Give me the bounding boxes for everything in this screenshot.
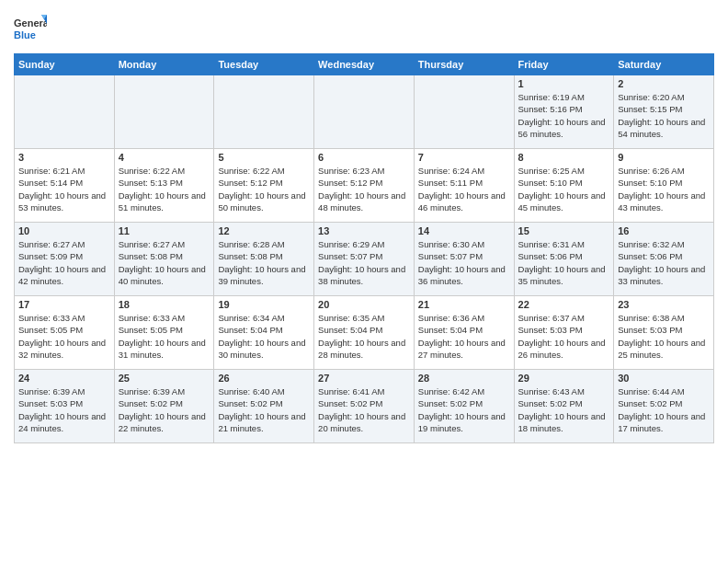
calendar-cell: 15Sunrise: 6:31 AMSunset: 5:06 PMDayligh… bbox=[514, 223, 614, 296]
day-info: Sunrise: 6:23 AMSunset: 5:12 PMDaylight:… bbox=[318, 165, 410, 213]
calendar-cell: 14Sunrise: 6:30 AMSunset: 5:07 PMDayligh… bbox=[414, 223, 514, 296]
day-info: Sunrise: 6:20 AMSunset: 5:15 PMDaylight:… bbox=[618, 91, 710, 140]
calendar-cell: 30Sunrise: 6:44 AMSunset: 5:02 PMDayligh… bbox=[614, 370, 714, 443]
calendar-table: SundayMondayTuesdayWednesdayThursdayFrid… bbox=[14, 53, 714, 443]
day-number: 12 bbox=[218, 225, 310, 236]
header-row: SundayMondayTuesdayWednesdayThursdayFrid… bbox=[15, 54, 714, 75]
calendar-body: 1Sunrise: 6:19 AMSunset: 5:16 PMDaylight… bbox=[15, 75, 714, 443]
day-info: Sunrise: 6:34 AMSunset: 5:04 PMDaylight:… bbox=[218, 312, 310, 361]
calendar-cell: 24Sunrise: 6:39 AMSunset: 5:03 PMDayligh… bbox=[15, 370, 115, 443]
day-info: Sunrise: 6:24 AMSunset: 5:11 PMDaylight:… bbox=[418, 165, 510, 213]
day-info: Sunrise: 6:40 AMSunset: 5:02 PMDaylight:… bbox=[218, 385, 310, 434]
day-number: 17 bbox=[18, 299, 110, 310]
calendar-cell: 28Sunrise: 6:42 AMSunset: 5:02 PMDayligh… bbox=[414, 370, 514, 443]
logo-svg: General Blue bbox=[14, 13, 47, 46]
calendar-cell bbox=[114, 75, 214, 149]
day-info: Sunrise: 6:22 AMSunset: 5:13 PMDaylight:… bbox=[119, 165, 210, 213]
day-info: Sunrise: 6:37 AMSunset: 5:03 PMDaylight:… bbox=[518, 312, 610, 361]
calendar-cell: 27Sunrise: 6:41 AMSunset: 5:02 PMDayligh… bbox=[314, 370, 415, 443]
logo-graphic: General Blue bbox=[14, 13, 47, 46]
calendar-cell: 4Sunrise: 6:22 AMSunset: 5:13 PMDaylight… bbox=[114, 149, 214, 223]
day-number: 16 bbox=[618, 225, 710, 236]
header-cell-friday: Friday bbox=[514, 54, 614, 75]
day-info: Sunrise: 6:33 AMSunset: 5:05 PMDaylight:… bbox=[18, 312, 110, 361]
week-row-3: 17Sunrise: 6:33 AMSunset: 5:05 PMDayligh… bbox=[15, 296, 714, 370]
calendar-cell: 7Sunrise: 6:24 AMSunset: 5:11 PMDaylight… bbox=[414, 149, 514, 223]
svg-text:Blue: Blue bbox=[14, 29, 36, 40]
day-info: Sunrise: 6:41 AMSunset: 5:02 PMDaylight:… bbox=[318, 385, 410, 434]
day-number: 8 bbox=[518, 152, 610, 163]
calendar-cell: 16Sunrise: 6:32 AMSunset: 5:06 PMDayligh… bbox=[614, 223, 714, 296]
day-info: Sunrise: 6:29 AMSunset: 5:07 PMDaylight:… bbox=[318, 238, 410, 287]
day-number: 9 bbox=[618, 152, 710, 163]
calendar-cell: 8Sunrise: 6:25 AMSunset: 5:10 PMDaylight… bbox=[514, 149, 614, 223]
day-number: 10 bbox=[18, 225, 110, 236]
day-number: 13 bbox=[318, 225, 410, 236]
day-info: Sunrise: 6:32 AMSunset: 5:06 PMDaylight:… bbox=[618, 238, 710, 287]
calendar-cell: 18Sunrise: 6:33 AMSunset: 5:05 PMDayligh… bbox=[114, 296, 214, 370]
day-number: 28 bbox=[418, 373, 510, 384]
day-info: Sunrise: 6:27 AMSunset: 5:09 PMDaylight:… bbox=[18, 238, 110, 287]
day-info: Sunrise: 6:39 AMSunset: 5:02 PMDaylight:… bbox=[119, 385, 210, 434]
calendar-cell: 13Sunrise: 6:29 AMSunset: 5:07 PMDayligh… bbox=[314, 223, 415, 296]
calendar-cell: 22Sunrise: 6:37 AMSunset: 5:03 PMDayligh… bbox=[514, 296, 614, 370]
day-info: Sunrise: 6:22 AMSunset: 5:12 PMDaylight:… bbox=[218, 165, 310, 213]
day-info: Sunrise: 6:30 AMSunset: 5:07 PMDaylight:… bbox=[418, 238, 510, 287]
day-info: Sunrise: 6:31 AMSunset: 5:06 PMDaylight:… bbox=[518, 238, 610, 287]
calendar-cell bbox=[314, 75, 415, 149]
day-number: 18 bbox=[119, 299, 210, 310]
day-info: Sunrise: 6:25 AMSunset: 5:10 PMDaylight:… bbox=[518, 165, 610, 213]
calendar-cell: 5Sunrise: 6:22 AMSunset: 5:12 PMDaylight… bbox=[214, 149, 314, 223]
calendar-cell: 2Sunrise: 6:20 AMSunset: 5:15 PMDaylight… bbox=[614, 75, 714, 149]
day-number: 2 bbox=[618, 78, 710, 89]
calendar-cell: 17Sunrise: 6:33 AMSunset: 5:05 PMDayligh… bbox=[15, 296, 115, 370]
day-info: Sunrise: 6:26 AMSunset: 5:10 PMDaylight:… bbox=[618, 165, 710, 213]
header-cell-sunday: Sunday bbox=[15, 54, 115, 75]
day-info: Sunrise: 6:33 AMSunset: 5:05 PMDaylight:… bbox=[119, 312, 210, 361]
day-info: Sunrise: 6:39 AMSunset: 5:03 PMDaylight:… bbox=[18, 385, 110, 434]
calendar-header: SundayMondayTuesdayWednesdayThursdayFrid… bbox=[15, 54, 714, 75]
calendar-cell: 3Sunrise: 6:21 AMSunset: 5:14 PMDaylight… bbox=[15, 149, 115, 223]
calendar-cell: 25Sunrise: 6:39 AMSunset: 5:02 PMDayligh… bbox=[114, 370, 214, 443]
day-info: Sunrise: 6:38 AMSunset: 5:03 PMDaylight:… bbox=[618, 312, 710, 361]
day-number: 11 bbox=[119, 225, 210, 236]
day-info: Sunrise: 6:43 AMSunset: 5:02 PMDaylight:… bbox=[518, 385, 610, 434]
day-number: 22 bbox=[518, 299, 610, 310]
calendar-cell: 12Sunrise: 6:28 AMSunset: 5:08 PMDayligh… bbox=[214, 223, 314, 296]
day-info: Sunrise: 6:36 AMSunset: 5:04 PMDaylight:… bbox=[418, 312, 510, 361]
day-number: 3 bbox=[18, 152, 110, 163]
header-cell-saturday: Saturday bbox=[614, 54, 714, 75]
calendar-cell: 29Sunrise: 6:43 AMSunset: 5:02 PMDayligh… bbox=[514, 370, 614, 443]
header-cell-monday: Monday bbox=[114, 54, 214, 75]
day-number: 24 bbox=[18, 373, 110, 384]
week-row-1: 3Sunrise: 6:21 AMSunset: 5:14 PMDaylight… bbox=[15, 149, 714, 223]
week-row-0: 1Sunrise: 6:19 AMSunset: 5:16 PMDaylight… bbox=[15, 75, 714, 149]
calendar-cell: 19Sunrise: 6:34 AMSunset: 5:04 PMDayligh… bbox=[214, 296, 314, 370]
day-number: 20 bbox=[318, 299, 410, 310]
calendar-cell bbox=[414, 75, 514, 149]
calendar-cell: 9Sunrise: 6:26 AMSunset: 5:10 PMDaylight… bbox=[614, 149, 714, 223]
calendar-cell bbox=[15, 75, 115, 149]
calendar-cell: 20Sunrise: 6:35 AMSunset: 5:04 PMDayligh… bbox=[314, 296, 415, 370]
day-number: 6 bbox=[318, 152, 410, 163]
header-cell-thursday: Thursday bbox=[414, 54, 514, 75]
svg-text:General: General bbox=[14, 17, 47, 29]
calendar-cell: 1Sunrise: 6:19 AMSunset: 5:16 PMDaylight… bbox=[514, 75, 614, 149]
week-row-4: 24Sunrise: 6:39 AMSunset: 5:03 PMDayligh… bbox=[15, 370, 714, 443]
day-number: 14 bbox=[418, 225, 510, 236]
day-info: Sunrise: 6:42 AMSunset: 5:02 PMDaylight:… bbox=[418, 385, 510, 434]
header-cell-wednesday: Wednesday bbox=[314, 54, 415, 75]
calendar-cell: 10Sunrise: 6:27 AMSunset: 5:09 PMDayligh… bbox=[15, 223, 115, 296]
calendar-cell bbox=[214, 75, 314, 149]
day-number: 15 bbox=[518, 225, 610, 236]
day-number: 29 bbox=[518, 373, 610, 384]
day-number: 27 bbox=[318, 373, 410, 384]
day-number: 1 bbox=[518, 78, 610, 89]
day-number: 5 bbox=[218, 152, 310, 163]
day-number: 4 bbox=[119, 152, 210, 163]
day-number: 7 bbox=[418, 152, 510, 163]
day-number: 21 bbox=[418, 299, 510, 310]
header-cell-tuesday: Tuesday bbox=[214, 54, 314, 75]
calendar-cell: 23Sunrise: 6:38 AMSunset: 5:03 PMDayligh… bbox=[614, 296, 714, 370]
week-row-2: 10Sunrise: 6:27 AMSunset: 5:09 PMDayligh… bbox=[15, 223, 714, 296]
